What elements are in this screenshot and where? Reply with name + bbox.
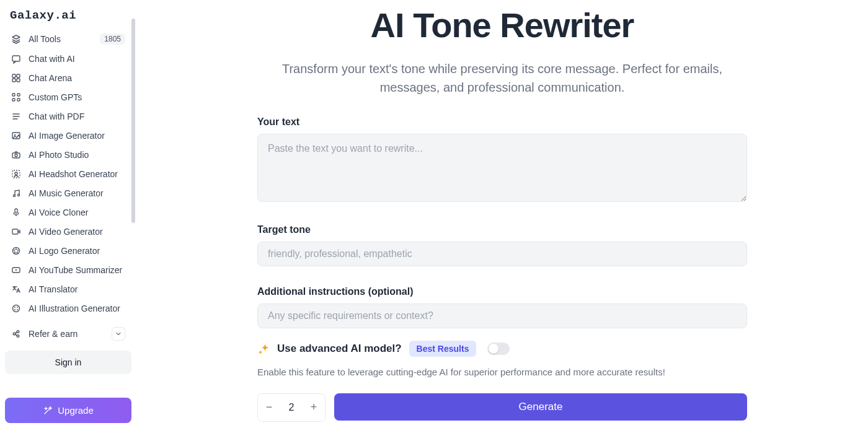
sidebar-item-label: AI Illustration Generator <box>29 304 125 313</box>
chat-icon <box>11 54 21 64</box>
sidebar-item-translator[interactable]: AI Translator <box>5 280 131 299</box>
logo-icon <box>11 246 21 256</box>
advanced-model-description: Enable this feature to leverage cutting-… <box>257 367 747 377</box>
your-text-input[interactable] <box>257 134 747 202</box>
sidebar-bottom: Refer & earn Sign in Upgrade <box>5 323 131 428</box>
sign-in-button[interactable]: Sign in <box>5 351 131 374</box>
page-title: AI Tone Rewriter <box>257 6 747 45</box>
action-row: − 2 + Generate <box>257 393 747 422</box>
target-tone-input[interactable] <box>257 242 747 266</box>
chevron-down-icon[interactable] <box>112 327 125 341</box>
quantity-decrement[interactable]: − <box>258 394 280 421</box>
video-icon <box>11 227 21 237</box>
sidebar-item-image-gen[interactable]: AI Image Generator <box>5 126 131 145</box>
sidebar-item-label: AI Video Generator <box>29 227 125 237</box>
sidebar-item-label: AI Headshot Generator <box>29 169 125 179</box>
headshot-icon <box>11 169 21 179</box>
sidebar-item-youtube-sum[interactable]: AI YouTube Summarizer <box>5 261 131 279</box>
sidebar-item-illustration-gen[interactable]: AI Illustration Generator <box>5 299 131 318</box>
advanced-model-row: Use advanced AI model? Best Results <box>257 341 747 357</box>
stack-icon <box>11 34 21 44</box>
instructions-input[interactable] <box>257 304 747 328</box>
sidebar-item-label: AI Voice Cloner <box>29 207 125 217</box>
youtube-icon <box>11 265 21 275</box>
sidebar-item-chat-ai[interactable]: Chat with AI <box>5 50 131 68</box>
sidebar-item-chat-pdf[interactable]: Chat with PDF <box>5 107 131 126</box>
refer-label: Refer & earn <box>29 329 78 339</box>
image-icon <box>11 131 21 141</box>
quantity-stepper: − 2 + <box>257 393 326 422</box>
mic-icon <box>11 207 21 217</box>
grid-icon <box>11 73 21 83</box>
sidebar-item-label: AI Logo Generator <box>29 246 125 256</box>
sidebar-item-photo-studio[interactable]: AI Photo Studio <box>5 146 131 164</box>
music-icon <box>11 188 21 198</box>
tools-count-badge: 1805 <box>100 33 125 45</box>
sparkle-icon <box>257 343 270 355</box>
main-content: AI Tone Rewriter Transform your text's t… <box>136 0 868 428</box>
sidebar-item-label: AI YouTube Summarizer <box>29 265 125 275</box>
brand-logo[interactable]: Galaxy.ai <box>5 5 131 28</box>
advanced-model-toggle[interactable] <box>487 343 510 355</box>
sidebar-item-all-tools[interactable]: All Tools 1805 <box>5 29 131 49</box>
toggle-knob <box>489 344 498 354</box>
sidebar-item-logo-gen[interactable]: AI Logo Generator <box>5 242 131 260</box>
refer-and-earn[interactable]: Refer & earn <box>5 323 131 344</box>
camera-icon <box>11 150 21 160</box>
sidebar-item-label: AI Photo Studio <box>29 150 125 160</box>
sidebar-item-headshot-gen[interactable]: AI Headshot Generator <box>5 165 131 183</box>
sidebar-scroll-thumb[interactable] <box>131 19 135 223</box>
quantity-increment[interactable]: + <box>303 394 325 421</box>
quantity-value: 2 <box>280 402 303 413</box>
apps-icon <box>11 92 21 102</box>
instructions-label: Additional instructions (optional) <box>257 286 747 297</box>
upgrade-button[interactable]: Upgrade <box>5 398 131 423</box>
illustration-icon <box>11 304 21 313</box>
translate-icon <box>11 284 21 294</box>
generate-button[interactable]: Generate <box>334 393 747 421</box>
sidebar-item-label: AI Image Generator <box>29 131 125 141</box>
sidebar-item-label: AI Music Generator <box>29 188 125 198</box>
share-icon <box>11 329 21 339</box>
advanced-model-label: Use advanced AI model? <box>277 343 402 355</box>
sidebar-item-icon-gen[interactable]: AI Icon Generator <box>5 318 131 323</box>
sidebar-item-label: All Tools <box>29 34 92 44</box>
best-results-badge: Best Results <box>409 341 477 357</box>
list-icon <box>11 111 21 121</box>
sidebar-item-video-gen[interactable]: AI Video Generator <box>5 222 131 241</box>
sidebar-item-label: AI Translator <box>29 284 125 294</box>
sidebar-item-chat-arena[interactable]: Chat Arena <box>5 69 131 87</box>
sidebar-item-custom-gpts[interactable]: Custom GPTs <box>5 88 131 107</box>
sidebar-item-label: Chat Arena <box>29 73 125 83</box>
page-subtitle: Transform your text's tone while preserv… <box>257 59 747 97</box>
sidebar-nav: All Tools 1805 Chat with AI Chat Arena C… <box>5 28 131 323</box>
target-tone-label: Target tone <box>257 224 747 235</box>
sidebar-item-label: Chat with PDF <box>29 111 125 121</box>
sidebar-scrollbar[interactable] <box>131 19 135 366</box>
wand-icon <box>43 406 53 416</box>
your-text-label: Your text <box>257 116 747 128</box>
upgrade-label: Upgrade <box>58 405 94 416</box>
sidebar-item-label: Custom GPTs <box>29 92 125 102</box>
sidebar-item-label: Chat with AI <box>29 54 125 64</box>
sidebar-item-voice-cloner[interactable]: AI Voice Cloner <box>5 203 131 222</box>
sidebar: Galaxy.ai All Tools 1805 Chat with AI Ch… <box>0 0 136 428</box>
sidebar-item-music-gen[interactable]: AI Music Generator <box>5 184 131 203</box>
